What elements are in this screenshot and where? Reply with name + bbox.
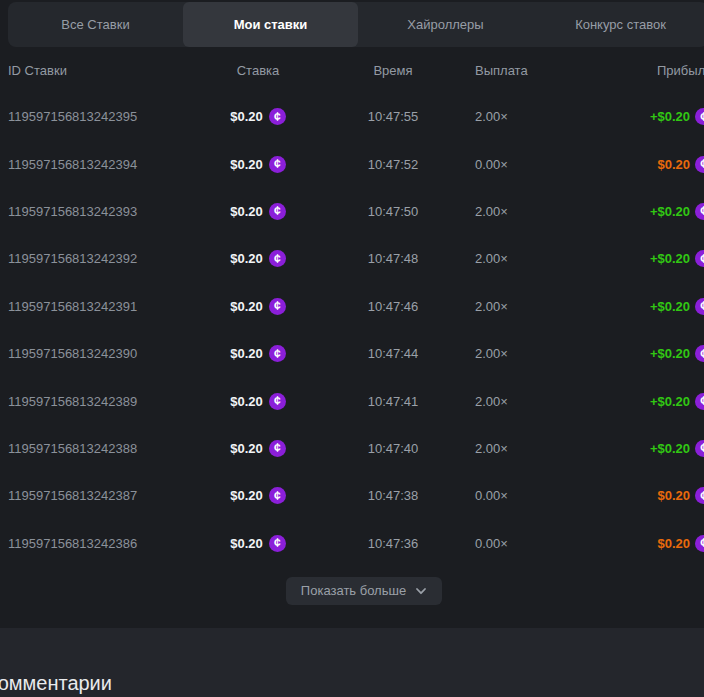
coin-icon: ¢ xyxy=(269,345,286,362)
bet-amount-cell: $0.20 ¢ xyxy=(203,203,313,220)
coin-icon: ¢ xyxy=(695,203,704,220)
coin-icon: ¢ xyxy=(269,108,286,125)
coin-icon: ¢ xyxy=(269,487,286,504)
bet-time: 10:47:38 xyxy=(313,488,473,503)
bet-amount-cell: $0.20 ¢ xyxy=(203,156,313,173)
header-bet: Ставка xyxy=(203,63,313,78)
bet-time: 10:47:40 xyxy=(313,441,473,456)
tab-label: Мои ставки xyxy=(234,17,308,32)
header-profit: Прибыль xyxy=(578,63,704,78)
bet-time: 10:47:41 xyxy=(313,394,473,409)
show-more-label: Показать больше xyxy=(301,583,406,598)
bet-amount-cell: $0.20 ¢ xyxy=(203,345,313,362)
coin-icon: ¢ xyxy=(269,298,286,315)
table-row[interactable]: 119597156813242392 $0.20 ¢ 10:47:48 2.00… xyxy=(8,235,704,282)
bet-profit: $0.20 xyxy=(657,488,690,503)
bet-profit-cell: +$0.20 ¢ xyxy=(578,108,704,125)
table-row[interactable]: 119597156813242386 $0.20 ¢ 10:47:36 0.00… xyxy=(8,520,704,567)
bet-payout: 2.00× xyxy=(473,299,578,314)
bet-id: 119597156813242392 xyxy=(8,251,203,266)
bet-payout: 2.00× xyxy=(473,204,578,219)
bets-tab[interactable]: Мои ставки xyxy=(183,2,358,47)
bet-profit-cell: +$0.20 ¢ xyxy=(578,298,704,315)
header-payout: Выплата xyxy=(473,63,578,78)
bet-amount-cell: $0.20 ¢ xyxy=(203,440,313,457)
bet-amount: $0.20 xyxy=(230,204,263,219)
bet-amount: $0.20 xyxy=(230,346,263,361)
coin-icon: ¢ xyxy=(695,535,704,552)
bet-profit: +$0.20 xyxy=(650,394,690,409)
bet-amount: $0.20 xyxy=(230,536,263,551)
bet-amount-cell: $0.20 ¢ xyxy=(203,298,313,315)
bet-id: 119597156813242388 xyxy=(8,441,203,456)
table-header-row: ID Ставки Ставка Время Выплата Прибыль xyxy=(8,47,704,93)
table-row[interactable]: 119597156813242395 $0.20 ¢ 10:47:55 2.00… xyxy=(8,93,704,140)
bet-id: 119597156813242386 xyxy=(8,536,203,551)
show-more-area: Показать больше xyxy=(8,567,704,628)
bet-profit-cell: $0.20 ¢ xyxy=(578,156,704,173)
bet-amount-cell: $0.20 ¢ xyxy=(203,393,313,410)
bets-tab[interactable]: Конкурс ставок xyxy=(533,2,704,47)
tab-label: Все Ставки xyxy=(61,17,129,32)
bet-id: 119597156813242390 xyxy=(8,346,203,361)
show-more-button[interactable]: Показать больше xyxy=(286,577,442,605)
bet-payout: 2.00× xyxy=(473,109,578,124)
bet-time: 10:47:36 xyxy=(313,536,473,551)
table-row[interactable]: 119597156813242393 $0.20 ¢ 10:47:50 2.00… xyxy=(8,188,704,235)
bet-profit-cell: +$0.20 ¢ xyxy=(578,203,704,220)
bet-id: 119597156813242395 xyxy=(8,109,203,124)
bets-tab[interactable]: Все Ставки xyxy=(8,2,183,47)
bet-time: 10:47:48 xyxy=(313,251,473,266)
bet-id: 119597156813242389 xyxy=(8,394,203,409)
coin-icon: ¢ xyxy=(269,156,286,173)
bet-payout: 0.00× xyxy=(473,488,578,503)
coin-icon: ¢ xyxy=(695,108,704,125)
coin-icon: ¢ xyxy=(695,440,704,457)
bet-profit: $0.20 xyxy=(657,157,690,172)
bet-profit-cell: +$0.20 ¢ xyxy=(578,440,704,457)
table-row[interactable]: 119597156813242394 $0.20 ¢ 10:47:52 0.00… xyxy=(8,140,704,187)
bet-amount: $0.20 xyxy=(230,394,263,409)
bet-amount: $0.20 xyxy=(230,157,263,172)
bet-amount-cell: $0.20 ¢ xyxy=(203,535,313,552)
bets-tab-bar: Все Ставки Мои ставки Хайроллеры Конкурс… xyxy=(8,2,704,47)
bet-payout: 2.00× xyxy=(473,441,578,456)
bet-profit: +$0.20 xyxy=(650,251,690,266)
bet-amount-cell: $0.20 ¢ xyxy=(203,250,313,267)
header-time: Время xyxy=(313,63,473,78)
bet-payout: 2.00× xyxy=(473,251,578,266)
bet-profit-cell: +$0.20 ¢ xyxy=(578,345,704,362)
bet-amount: $0.20 xyxy=(230,299,263,314)
bet-payout: 0.00× xyxy=(473,536,578,551)
coin-icon: ¢ xyxy=(269,203,286,220)
tab-label: Конкурс ставок xyxy=(575,17,666,32)
table-row[interactable]: 119597156813242388 $0.20 ¢ 10:47:40 2.00… xyxy=(8,425,704,472)
table-row[interactable]: 119597156813242389 $0.20 ¢ 10:47:41 2.00… xyxy=(8,377,704,424)
bet-amount: $0.20 xyxy=(230,441,263,456)
bet-time: 10:47:50 xyxy=(313,204,473,219)
bet-id: 119597156813242394 xyxy=(8,157,203,172)
tab-label: Хайроллеры xyxy=(407,17,483,32)
bet-time: 10:47:52 xyxy=(313,157,473,172)
bet-profit: +$0.20 xyxy=(650,109,690,124)
bet-time: 10:47:55 xyxy=(313,109,473,124)
table-body: 119597156813242395 $0.20 ¢ 10:47:55 2.00… xyxy=(8,93,704,567)
table-row[interactable]: 119597156813242390 $0.20 ¢ 10:47:44 2.00… xyxy=(8,330,704,377)
bet-profit-cell: $0.20 ¢ xyxy=(578,487,704,504)
table-row[interactable]: 119597156813242387 $0.20 ¢ 10:47:38 0.00… xyxy=(8,472,704,519)
bets-table: ID Ставки Ставка Время Выплата Прибыль 1… xyxy=(0,47,704,628)
coin-icon: ¢ xyxy=(269,393,286,410)
bets-tab[interactable]: Хайроллеры xyxy=(358,2,533,47)
bet-time: 10:47:46 xyxy=(313,299,473,314)
bet-id: 119597156813242391 xyxy=(8,299,203,314)
bet-profit: +$0.20 xyxy=(650,204,690,219)
coin-icon: ¢ xyxy=(695,487,704,504)
bet-profit: +$0.20 xyxy=(650,346,690,361)
coin-icon: ¢ xyxy=(695,298,704,315)
bet-amount: $0.20 xyxy=(230,251,263,266)
chevron-down-icon xyxy=(415,585,427,597)
comments-title: Комментарии xyxy=(0,672,704,695)
bet-payout: 2.00× xyxy=(473,394,578,409)
table-row[interactable]: 119597156813242391 $0.20 ¢ 10:47:46 2.00… xyxy=(8,283,704,330)
coin-icon: ¢ xyxy=(695,156,704,173)
